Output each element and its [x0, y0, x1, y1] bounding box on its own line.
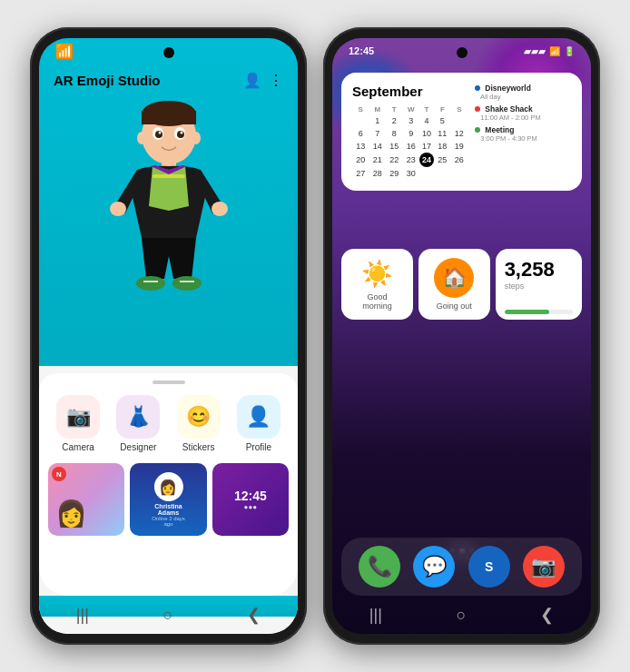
cal-cell[interactable]: 1 — [369, 114, 387, 127]
cal-cell[interactable]: 27 — [352, 167, 369, 180]
right-screen: 12:45 ▰▰▰ 📶 🔋 September S M T W — [332, 38, 591, 634]
cal-cell[interactable]: 17 — [419, 140, 434, 153]
cal-cell[interactable]: 25 — [434, 153, 451, 167]
right-home-button[interactable]: ○ — [457, 606, 467, 625]
steps-widget[interactable]: 3,258 steps — [496, 249, 582, 320]
cal-cell[interactable]: 20 — [352, 153, 369, 167]
day-header-f: F — [434, 104, 451, 114]
cal-cell[interactable]: 9 — [403, 127, 420, 140]
stickers-label: Stickers — [182, 442, 215, 452]
messages-dock-icon[interactable]: 💬 — [413, 546, 455, 588]
profile-app-icon[interactable]: 👤 Profile — [237, 395, 281, 452]
person-icon[interactable]: 👤 — [243, 72, 261, 89]
camera-label: Camera — [62, 442, 94, 452]
cal-cell[interactable] — [419, 167, 434, 180]
event-title-2: Shake Shack — [485, 104, 532, 114]
cal-cell[interactable] — [352, 114, 369, 127]
app-dock: 📞 💬 S 📷 — [341, 538, 582, 596]
day-header-s: S — [352, 104, 369, 114]
home-button[interactable]: ○ — [163, 606, 173, 625]
drag-handle[interactable] — [153, 380, 185, 384]
cal-cell[interactable]: 4 — [419, 114, 434, 127]
cal-cell[interactable]: 15 — [386, 140, 403, 153]
bottom-sheet: 📷 Camera 👗 Designer 😊 Stickers — [39, 373, 298, 596]
profile-label: Profile — [246, 442, 271, 452]
cal-cell[interactable]: 19 — [451, 140, 468, 153]
event-time-2: 11:00 AM - 2:00 PM — [475, 114, 541, 122]
wifi-icon: 📶 — [549, 46, 560, 56]
cal-cell[interactable]: 18 — [434, 140, 451, 153]
stickers-icon: 😊 — [186, 405, 211, 429]
sun-icon: ☀️ — [361, 259, 393, 289]
thumbnail-1[interactable]: N 👩 — [48, 463, 124, 536]
app-icons-grid: 📷 Camera 👗 Designer 😊 Stickers — [39, 395, 298, 452]
more-icon[interactable]: ⋮ — [269, 72, 283, 89]
cal-cell[interactable]: 3 — [403, 114, 420, 127]
cal-cell[interactable]: 28 — [369, 167, 387, 180]
svg-point-15 — [136, 276, 165, 291]
cal-cell[interactable]: 16 — [403, 140, 420, 153]
phone-dock-icon[interactable]: 📞 — [359, 546, 400, 588]
cal-cell[interactable]: 29 — [386, 167, 403, 180]
cal-cell[interactable] — [434, 167, 451, 180]
cal-cell[interactable]: 14 — [369, 140, 387, 153]
event-title-3: Meeting — [485, 125, 514, 134]
steps-bar — [505, 310, 573, 314]
thumbnail-3[interactable]: 12:45 ●●● — [212, 463, 289, 536]
cal-cell[interactable]: 7 — [369, 127, 387, 140]
widgets-row: ☀️ Good morning 🏠 Going out 3,258 steps — [341, 249, 582, 320]
day-header-s2: S — [451, 104, 468, 114]
cal-cell[interactable]: 11 — [434, 127, 451, 140]
right-time: 12:45 — [349, 45, 374, 56]
going-out-widget[interactable]: 🏠 Going out — [418, 249, 490, 320]
back-button[interactable]: ❮ — [247, 605, 261, 625]
recent-apps-button[interactable]: ||| — [76, 606, 89, 625]
cal-cell[interactable]: 30 — [403, 167, 420, 180]
title-actions: 👤 ⋮ — [243, 72, 283, 89]
event-time-3: 3:00 PM - 4:30 PM — [475, 134, 537, 143]
right-back-button[interactable]: ❮ — [540, 605, 554, 625]
stickers-app-icon[interactable]: 😊 Stickers — [177, 395, 221, 452]
cal-cell[interactable]: 24 — [419, 153, 434, 167]
svg-point-16 — [172, 276, 202, 291]
home-icon-bg: 🏠 — [434, 258, 474, 298]
cal-cell[interactable]: 12 — [451, 127, 468, 140]
cal-cell[interactable]: 6 — [352, 127, 369, 140]
thumb-time: 12:45 — [234, 489, 267, 503]
cal-cell[interactable]: 2 — [386, 114, 403, 127]
cal-cell[interactable]: 21 — [369, 153, 387, 167]
samsung-dock-icon[interactable]: S — [468, 546, 510, 588]
cal-cell[interactable]: 23 — [403, 153, 420, 167]
svg-rect-2 — [142, 111, 196, 124]
camera-dock-icon[interactable]: 📷 — [523, 546, 565, 588]
cal-cell[interactable]: 10 — [419, 127, 434, 140]
event-dot-1 — [475, 85, 480, 91]
cal-cell[interactable]: 8 — [386, 127, 403, 140]
cal-cell[interactable]: 5 — [434, 114, 451, 127]
designer-icon: 👗 — [126, 405, 151, 429]
camera-app-icon[interactable]: 📷 Camera — [56, 395, 100, 452]
right-nav-bar: ||| ○ ❮ — [332, 596, 591, 634]
thumb-profile-content: 👩 Christina Adams Online 2 days ago — [149, 472, 187, 527]
cal-cell[interactable] — [451, 167, 468, 180]
designer-app-icon[interactable]: 👗 Designer — [116, 395, 160, 452]
weather-widget[interactable]: ☀️ Good morning — [341, 249, 413, 320]
cal-cell[interactable]: 26 — [451, 153, 468, 167]
right-recent-button[interactable]: ||| — [369, 606, 382, 625]
status-icons: ▰▰▰ 📶 🔋 — [524, 46, 575, 56]
thumbnail-2[interactable]: 👩 Christina Adams Online 2 days ago — [130, 463, 206, 536]
battery-icon: 🔋 — [564, 46, 575, 56]
svg-rect-12 — [153, 174, 185, 178]
cal-cell[interactable]: 22 — [386, 153, 403, 167]
right-camera-hole — [457, 47, 468, 58]
event-disneyworld: Disneyworld All day — [475, 84, 571, 101]
thumbnail-row: N 👩 👩 Christina Adams Online 2 days ago … — [39, 463, 298, 536]
camera-hole — [163, 47, 174, 58]
event-shakeshack: Shake Shack 11:00 AM - 2:00 PM — [475, 104, 571, 122]
svg-point-14 — [212, 202, 228, 216]
thumb-avatar: 👩 — [153, 472, 182, 501]
event-meeting: Meeting 3:00 PM - 4:30 PM — [475, 125, 571, 143]
weather-label: Good morning — [362, 292, 392, 311]
cal-cell[interactable]: 13 — [352, 140, 369, 153]
cal-cell[interactable] — [451, 114, 468, 127]
